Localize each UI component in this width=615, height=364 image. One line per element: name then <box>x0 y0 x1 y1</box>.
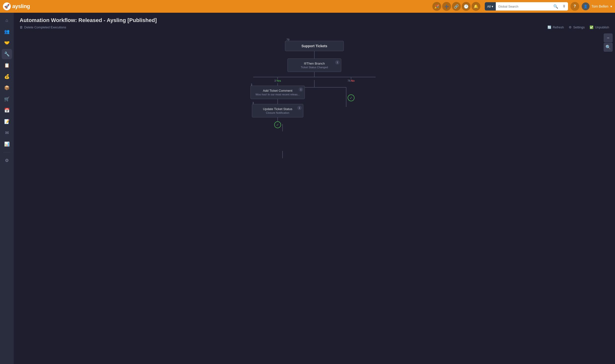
unpublish-icon: ✅ <box>589 26 593 29</box>
add-comment-sublabel: Woo hoo! In our most recent releas... <box>256 93 300 96</box>
sidebar-item-tools[interactable]: 🔧 <box>2 49 12 59</box>
user-chevron-icon: ▾ <box>610 4 612 8</box>
page-title: Automation Workflow: Released - Aysling … <box>20 17 609 24</box>
logo-rocket-icon: 🚀 <box>3 2 11 10</box>
refresh-icon: 🔄 <box>548 26 551 29</box>
unpublish-button[interactable]: ✅ Unpublish <box>589 26 609 29</box>
bell-icon-button[interactable]: 🔔 <box>471 2 480 11</box>
no-label: No <box>351 79 355 82</box>
info-icon-status[interactable]: ℹ <box>297 106 302 110</box>
support-tickets-node[interactable]: 79 Support Tickets <box>285 41 344 51</box>
yes-count: 3 <box>274 79 276 82</box>
sidebar: ⌂ 👥 🤝 🔧 📋 💰 📦 🛒 📅 📝 ✉ 📊 ⚙ <box>0 13 14 364</box>
logo-text: aysling <box>12 3 30 10</box>
sidebar-item-settings[interactable]: ⚙ <box>2 155 12 166</box>
no-branch-end-check: ✓ <box>348 94 355 101</box>
sidebar-item-doc[interactable]: 📝 <box>2 117 12 127</box>
user-menu[interactable]: 👤 Tom Bellen ▾ <box>582 2 612 10</box>
page-header: Automation Workflow: Released - Aysling … <box>14 13 615 31</box>
yes-label-area: 3 Yes <box>274 79 281 82</box>
sidebar-item-money[interactable]: 💰 <box>2 71 12 82</box>
update-status-label: Update Ticket Status <box>257 107 298 111</box>
yes-branch: 3 Yes 3 ℹ Add Ticke <box>241 77 314 128</box>
zoom-out-button[interactable]: − <box>604 34 613 42</box>
right-actions: 🔄 Refresh ⚙ Settings ✅ Unpublish <box>548 26 609 29</box>
connector-2 <box>314 72 315 77</box>
sidebar-item-cart[interactable]: 🛒 <box>2 94 12 104</box>
trash-icon: 🗑 <box>20 26 23 29</box>
add-comment-label: Add Ticket Comment <box>256 89 300 92</box>
search-submit-button[interactable]: 🔍 <box>551 2 561 11</box>
connector-3 <box>277 99 278 104</box>
no-branch: 76 No ✓ <box>314 77 388 101</box>
sidebar-item-mail[interactable]: ✉ <box>2 128 12 138</box>
zoom-controls: − 🔍 <box>604 34 613 52</box>
sidebar-item-handshake[interactable]: 🤝 <box>2 38 12 48</box>
yes-branch-end-check: ✓ <box>274 121 281 128</box>
info-icon-comment[interactable]: ℹ <box>299 87 303 92</box>
branch-node-sublabel: Ticket Status Changed <box>293 66 336 69</box>
plus-icon-button[interactable]: ➕ <box>442 2 451 11</box>
sidebar-item-invoice[interactable]: 📋 <box>2 60 12 70</box>
sidebar-item-people[interactable]: 👥 <box>2 26 12 37</box>
zoom-search-button[interactable]: 🔍 <box>604 43 613 52</box>
search-input[interactable] <box>496 2 551 11</box>
sidebar-divider <box>3 152 11 152</box>
sidebar-item-box[interactable]: 📦 <box>2 83 12 93</box>
branch-split: 3 Yes 3 ℹ Add Ticke <box>241 77 388 128</box>
yes-connector-mid <box>277 83 278 86</box>
clock-icon-button[interactable]: 🕐 <box>462 2 470 11</box>
settings-button[interactable]: ⚙ Settings <box>569 26 585 29</box>
info-icon-branch[interactable]: ℹ <box>335 60 340 65</box>
top-navigation: 🚀 aysling 🎉 ➕ 🔗 🕐 🔔 All ▾ 🔍 🎙 ? 👤 Tom Be… <box>0 0 615 13</box>
branch-horizontal-line <box>253 77 375 77</box>
sidebar-item-chart[interactable]: 📊 <box>2 139 12 149</box>
connector-4 <box>277 117 278 121</box>
main-content: Automation Workflow: Released - Aysling … <box>14 13 615 364</box>
settings-gear-icon: ⚙ <box>569 26 572 29</box>
no-label-area: 76 No <box>348 79 355 82</box>
sidebar-item-calendar[interactable]: 📅 <box>2 105 12 116</box>
help-button[interactable]: ? <box>570 2 579 11</box>
delete-completed-button[interactable]: 🗑 Delete Completed Executions <box>20 26 66 29</box>
refresh-button[interactable]: 🔄 Refresh <box>548 26 564 29</box>
voice-search-button[interactable]: 🎙 <box>561 2 568 11</box>
no-count: 76 <box>348 79 351 82</box>
add-comment-node[interactable]: 3 ℹ Add Ticket Comment Woo hoo! In our m… <box>251 86 305 99</box>
logo-area[interactable]: 🚀 aysling <box>3 2 30 10</box>
sidebar-item-home[interactable]: ⌂ <box>2 15 12 26</box>
avatar: 👤 <box>582 2 589 10</box>
branch-node-label: If/Then Branch <box>293 62 336 65</box>
page-actions: 🗑 Delete Completed Executions 🔄 Refresh … <box>20 26 609 29</box>
search-filter-dropdown[interactable]: All ▾ <box>485 2 496 11</box>
update-status-sublabel: Closure Notification <box>257 111 298 114</box>
nav-icons-group: 🎉 ➕ 🔗 🕐 🔔 <box>432 2 480 11</box>
party-icon-button[interactable]: 🎉 <box>432 2 441 11</box>
user-name: Tom Bellen <box>591 4 608 8</box>
if-then-branch-node[interactable]: ℹ If/Then Branch Ticket Status Changed <box>287 58 341 72</box>
link-icon-button[interactable]: 🔗 <box>452 2 461 11</box>
root-node-label: Support Tickets <box>285 41 344 51</box>
global-search-bar: All ▾ 🔍 🎙 <box>485 2 568 11</box>
connector-1 <box>314 51 315 58</box>
workflow-canvas[interactable]: − 🔍 <box>14 31 615 364</box>
yes-label: Yes <box>276 79 281 82</box>
update-status-node[interactable]: 3 ℹ Update Ticket Status Closure Notific… <box>252 104 303 117</box>
